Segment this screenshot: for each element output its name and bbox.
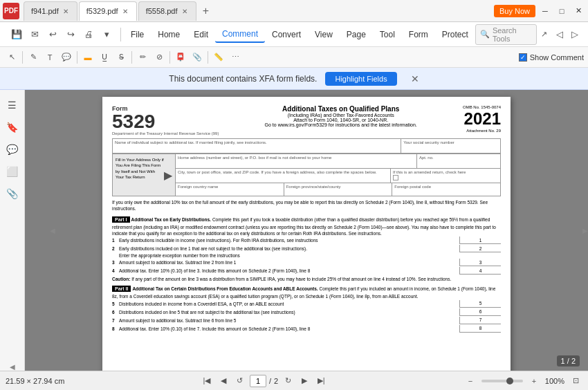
eraser-icon[interactable]: ⊘ — [151, 50, 167, 65]
comment-toolbar: ↖ ✎ T 💬 ▬ U̲ S̶ ✏ ⊘ 📮 📎 📏 ⋯ Show Comment — [0, 47, 588, 68]
redo-icon[interactable]: ↪ — [62, 26, 79, 43]
fit-page-button[interactable]: ⊡ — [569, 374, 582, 388]
foreign-row: Foreign country name Foreign province/st… — [176, 183, 500, 196]
menu-comment[interactable]: Comment — [215, 26, 265, 43]
caution-text: Caution: If any part of the amount on li… — [112, 276, 501, 282]
page-number-input[interactable] — [250, 375, 266, 387]
print-icon[interactable]: 🖨 — [80, 26, 97, 43]
city-label: City, town or post office, state, and ZI… — [178, 170, 388, 174]
attach-icon[interactable]: 📎 — [190, 50, 205, 65]
form-title-sub1: (Including IRAs) and Other Tax-Favored A… — [224, 113, 457, 118]
menu-protect[interactable]: Protect — [435, 27, 475, 42]
address-input[interactable] — [178, 160, 414, 167]
tab-f5329[interactable]: f5329.pdf ✕ — [79, 1, 137, 21]
measure-icon[interactable]: 📏 — [211, 50, 226, 65]
foreign-postal-input[interactable] — [394, 189, 498, 194]
part2-label: Part II — [112, 286, 131, 292]
prev-page-button[interactable]: ◀ — [217, 374, 230, 388]
text-comment-icon[interactable]: T — [42, 50, 57, 65]
form-header: Form 5329 Department of the Treasury Int… — [112, 105, 501, 136]
rotate-right-icon[interactable]: ↻ — [281, 374, 295, 388]
forward-icon[interactable]: ▷ — [567, 26, 582, 43]
share-icon[interactable]: ↗ — [537, 26, 552, 43]
menu-file[interactable]: File — [124, 27, 151, 42]
banner-close-icon[interactable]: ✕ — [411, 73, 419, 84]
menu-home[interactable]: Home — [151, 27, 187, 42]
foreign-country-cell: Foreign country name — [176, 183, 284, 196]
minimize-button[interactable]: ─ — [538, 4, 552, 18]
buy-now-button[interactable]: Buy Now — [494, 5, 535, 17]
line-num-5: 5 — [112, 301, 119, 306]
fill-box: Fill in Your Address Only if You Are Fil… — [113, 154, 175, 196]
amended-cell: If this is an amended return, check here — [391, 169, 500, 183]
show-comment-checkbox[interactable] — [519, 53, 527, 62]
line-input-1[interactable]: 1 — [459, 236, 501, 244]
sidebar-attach-icon[interactable]: 📎 — [3, 184, 22, 203]
highlight-fields-button[interactable]: Highlight Fields — [325, 72, 396, 86]
part2-title: Additional Tax on Certain Distributions … — [132, 286, 318, 291]
name-input[interactable] — [115, 145, 398, 151]
first-page-button[interactable]: |◀ — [200, 374, 214, 388]
add-tab-button[interactable]: + — [198, 3, 214, 19]
rotate-left-icon[interactable]: ↺ — [233, 374, 247, 388]
prev-page-arrow[interactable]: ◀ — [50, 227, 55, 234]
line-input-2[interactable]: 2 — [459, 245, 501, 252]
select-tool-icon[interactable]: ↖ — [4, 50, 19, 65]
close-button[interactable]: ✕ — [571, 4, 585, 18]
line-input-3[interactable]: 3 — [459, 259, 501, 266]
zoom-in-button[interactable]: + — [527, 374, 541, 388]
sidebar-thumbnail-icon[interactable]: ⬜ — [3, 162, 22, 181]
menu-tool[interactable]: Tool — [373, 27, 402, 42]
tab-f5329-close[interactable]: ✕ — [121, 7, 129, 16]
back-icon[interactable]: ◁ — [552, 26, 567, 43]
line-input-7[interactable]: 7 — [459, 317, 501, 324]
line-row-8: 8 Additional tax. Enter 10% (0.10) of li… — [112, 325, 501, 333]
highlight-icon[interactable]: ▬ — [80, 50, 95, 65]
undo-icon[interactable]: ↩ — [44, 26, 61, 43]
next-page-button[interactable]: ▶ — [297, 374, 311, 388]
menu-page[interactable]: Page — [340, 27, 373, 42]
sticky-note-icon[interactable]: ✎ — [26, 50, 41, 65]
sidebar-comment-icon[interactable]: 💬 — [3, 140, 22, 159]
zoom-out-button[interactable]: − — [463, 374, 477, 388]
apt-input[interactable] — [419, 160, 498, 167]
dropdown-icon[interactable]: ▾ — [98, 26, 115, 43]
line-input-4[interactable]: 4 — [459, 267, 501, 275]
stamp-icon[interactable]: 📮 — [173, 50, 188, 65]
email-icon[interactable]: ✉ — [26, 26, 43, 43]
menu-form[interactable]: Form — [402, 27, 435, 42]
callout-icon[interactable]: 💬 — [59, 50, 74, 65]
draw-icon[interactable]: ✏ — [135, 50, 150, 65]
maximize-button[interactable]: □ — [555, 4, 569, 18]
zoom-slider[interactable] — [481, 380, 523, 382]
ssn-input[interactable] — [403, 145, 498, 151]
tab-f5558-close[interactable]: ✕ — [181, 7, 189, 16]
tab-f941-close[interactable]: ✕ — [62, 7, 70, 16]
last-page-button[interactable]: ▶| — [314, 374, 328, 388]
sidebar-collapse-arrow[interactable]: ◀ — [10, 363, 15, 371]
search-tools-box[interactable]: 🔍 Search Tools — [475, 24, 537, 45]
tab-f5558[interactable]: f5558.pdf ✕ — [138, 1, 196, 21]
next-page-arrow[interactable]: ▶ — [582, 227, 588, 234]
line-input-6[interactable]: 6 — [459, 308, 501, 316]
more-icon[interactable]: ⋯ — [228, 50, 243, 65]
zoom-thumb[interactable] — [506, 378, 513, 384]
content-area: ◀ Form 5329 Department of the Treasury I… — [25, 90, 588, 371]
line-input-8[interactable]: 8 — [459, 325, 501, 333]
sidebar-bookmark-icon[interactable]: 🔖 — [3, 118, 22, 137]
menu-edit[interactable]: Edit — [187, 27, 215, 42]
strikethrough-icon[interactable]: S̶ — [113, 50, 129, 65]
menu-view[interactable]: View — [308, 27, 340, 42]
city-input[interactable] — [178, 174, 388, 181]
foreign-province-input[interactable] — [286, 189, 390, 194]
line-input-5[interactable]: 5 — [459, 300, 501, 308]
tab-f941[interactable]: f941.pdf ✕ — [24, 1, 77, 21]
line-num-4: 4 — [112, 268, 119, 273]
sidebar-pages-icon[interactable]: ☰ — [3, 95, 22, 115]
menu-convert[interactable]: Convert — [265, 27, 308, 42]
foreign-country-input[interactable] — [178, 189, 282, 194]
amended-input[interactable] — [393, 174, 498, 181]
amended-checkbox[interactable] — [393, 175, 398, 180]
underline-icon[interactable]: U̲ — [97, 50, 112, 65]
save-icon[interactable]: 💾 — [8, 26, 25, 43]
